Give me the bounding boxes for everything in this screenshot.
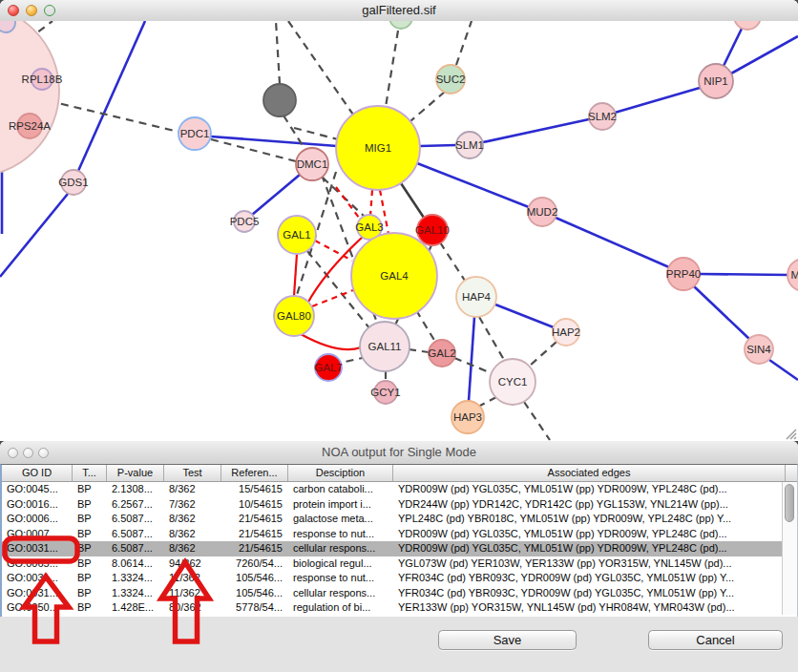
network-edge: [416, 310, 435, 342]
network-edge: [456, 21, 472, 65]
cell: BP: [73, 571, 107, 586]
cell: 105/546...: [221, 586, 288, 601]
node-top-green[interactable]: [389, 21, 412, 29]
cell: 1.428E...: [107, 600, 164, 616]
cell: 105/546...: [221, 571, 288, 586]
cell: response to nut...: [288, 571, 393, 586]
table-row[interactable]: GO:0065...BP8.0614...94/3627260/54...bio…: [2, 556, 797, 572]
network-edge: [370, 190, 372, 216]
cell: YPL248C (pd) YBR018C, YML051W (pp) YDR00…: [393, 512, 786, 527]
network-edge: [401, 183, 424, 218]
cell: YFR034C (pd) YBR093C, YDR009W (pd) YGL03…: [393, 586, 786, 601]
table-row[interactable]: GO:0031...BP1.3324...11/362105/546...res…: [2, 571, 797, 586]
cell: GO:0045...: [2, 482, 73, 497]
node-top-right-pink[interactable]: [734, 21, 761, 30]
column-header-p-value[interactable]: P-value: [107, 465, 164, 481]
table-header-row: GO IDT...P-valueTestReferen...Desciption…: [2, 465, 797, 482]
cell: cellular respons...: [288, 541, 393, 556]
cell: GO:0007...: [2, 527, 73, 542]
network-edge: [454, 358, 492, 373]
results-table: GO IDT...P-valueTestReferen...Desciption…: [0, 464, 798, 617]
node-label-GAL2: GAL2: [428, 347, 455, 359]
network-edge: [724, 29, 742, 66]
table-row[interactable]: GO:0016...BP6.2567...7/36210/54615protei…: [2, 497, 797, 513]
network-window: galFiltered.sif RPL18BRPS24AGDS1PDC1SUC2…: [0, 0, 798, 441]
network-edge: [420, 145, 456, 146]
cancel-button[interactable]: Cancel: [648, 630, 783, 650]
cell: 80/362: [164, 600, 221, 616]
network-edge: [410, 92, 445, 121]
table-row[interactable]: GO:0031...BP6.5087...8/36221/54615cellul…: [2, 541, 797, 556]
network-edge: [495, 304, 554, 327]
column-header-desciption[interactable]: Desciption: [288, 465, 393, 481]
column-header-go-id[interactable]: GO ID: [2, 465, 73, 481]
node-label-HAP2: HAP2: [552, 326, 580, 338]
cell: BP: [73, 541, 107, 556]
network-edge: [700, 274, 788, 275]
cell: 6.5087...: [107, 527, 164, 542]
cell: YER133W (pp) YOR315W, YNL145W (pd) YHR08…: [393, 600, 786, 616]
node-label-CYC1: CYC1: [498, 376, 528, 388]
table-row[interactable]: GO:0006...BP6.5087...8/36221/54615galact…: [2, 512, 797, 527]
column-header-test[interactable]: Test: [164, 465, 221, 481]
table-row[interactable]: GO:0007...BP6.5087...8/36221/54615respon…: [2, 527, 797, 542]
node-label-GCY1: GCY1: [370, 387, 400, 398]
noa-output-window: NOA output for Single Mode GO IDT...P-va…: [0, 441, 798, 672]
cell: 1.3324...: [107, 586, 164, 601]
node-label-MSI1: MSI1: [791, 269, 798, 281]
cell: GO:0050...: [2, 600, 73, 616]
column-header-referen-[interactable]: Referen...: [221, 465, 288, 481]
column-header-associated-edges[interactable]: Associated edges: [393, 465, 786, 481]
network-edge: [417, 163, 529, 207]
noa-window-titlebar[interactable]: NOA output for Single Mode: [0, 441, 798, 465]
node-label-MIG1: MIG1: [365, 142, 391, 154]
cell: 21/54615: [221, 512, 288, 527]
network-edge: [0, 194, 68, 277]
cell: 2.1308...: [107, 482, 164, 497]
cell: 6.5087...: [107, 512, 164, 527]
cell: 8/362: [164, 482, 221, 497]
node-big-pink[interactable]: [0, 21, 59, 177]
column-header-t-[interactable]: T...: [73, 465, 107, 481]
network-edge: [288, 21, 353, 115]
node-label-NIP1: NIP1: [704, 75, 728, 87]
node-gray-node[interactable]: [263, 84, 296, 116]
network-edge: [336, 187, 359, 218]
network-edge: [301, 334, 361, 349]
network-edge: [524, 402, 550, 440]
cell: YDR009W (pd) YGL035C, YML051W (pp) YDR00…: [393, 527, 786, 542]
table-row[interactable]: GO:0031...BP1.3324...11/362105/546...cel…: [2, 586, 797, 601]
network-edge: [731, 36, 798, 74]
network-window-titlebar[interactable]: galFiltered.sif: [0, 0, 798, 22]
cell: protein import i...: [288, 497, 393, 513]
node-label-SLM1: SLM1: [455, 139, 484, 151]
save-button[interactable]: Save: [438, 630, 577, 650]
vertical-scrollbar[interactable]: [782, 482, 797, 615]
table-row[interactable]: GO:0050...BP1.428E...80/3625778/54...reg…: [2, 600, 797, 616]
cell: YFR034C (pd) YBR093C, YDR009W (pd) YGL03…: [393, 571, 786, 586]
network-edge: [615, 88, 700, 113]
cell: BP: [73, 586, 107, 601]
cell: response to nut...: [288, 527, 393, 542]
table-body: GO:0045...BP2.1308...8/36215/54615carbon…: [2, 482, 797, 616]
network-edge: [312, 290, 353, 306]
cell: 8/362: [164, 541, 221, 556]
cell: 11/362: [164, 586, 221, 601]
network-edge: [284, 116, 305, 150]
scrollbar-thumb[interactable]: [785, 484, 794, 522]
network-edge: [769, 360, 798, 380]
cell: YDR009W (pd) YGL035C, YML051W (pp) YDR00…: [393, 541, 786, 556]
cell: cellular respons...: [288, 586, 393, 601]
cell: GO:0031...: [2, 571, 73, 586]
node-label-HAP4: HAP4: [462, 291, 492, 303]
cell: 5778/54...: [221, 600, 288, 616]
network-edge: [469, 317, 474, 401]
cell: BP: [73, 556, 107, 572]
node-label-HAP3: HAP3: [453, 411, 482, 423]
node-label-PDC5: PDC5: [230, 216, 260, 227]
table-row[interactable]: GO:0045...BP2.1308...8/36215/54615carbon…: [2, 482, 797, 497]
node-label-PRP40: PRP40: [666, 268, 701, 280]
node-label-GAL80: GAL80: [277, 310, 311, 322]
network-edge: [252, 175, 300, 215]
network-canvas[interactable]: RPL18BRPS24AGDS1PDC1SUC2NIP1SLM2SLM1MIG1…: [0, 21, 798, 441]
